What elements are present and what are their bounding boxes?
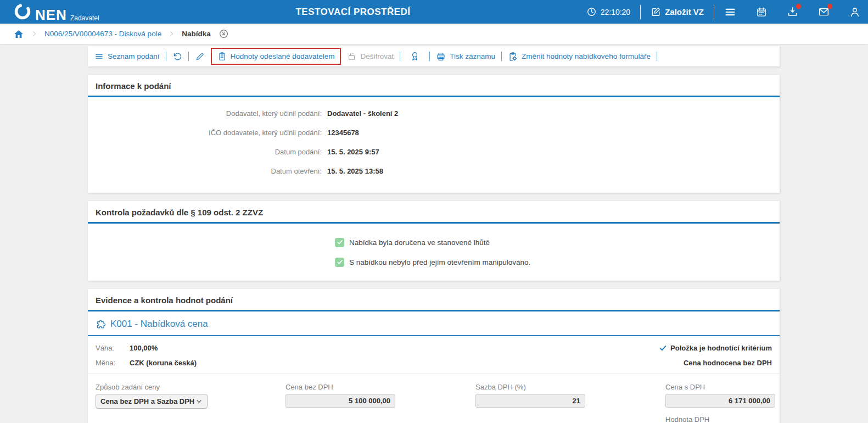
calendar-icon: [756, 7, 767, 18]
section-title: Evidence a kontrola hodnot podání: [88, 289, 780, 310]
divider: [714, 5, 714, 19]
clipboard-icon: [217, 52, 227, 61]
field-label: Datum podání:: [88, 148, 322, 156]
select-value: Cena bez DPH a Sazba DPH: [100, 397, 194, 405]
zpusob-zadani-select[interactable]: Cena bez DPH a Sazba DPH: [96, 394, 208, 409]
criterion-name: K001 - Nabídková cena: [110, 319, 208, 330]
field-value: Dodavatel - školení 2: [327, 109, 398, 118]
vaha-label: Váha:: [96, 344, 130, 352]
breadcrumb-current-tab[interactable]: Nabídka: [182, 30, 211, 38]
notification-dot: [827, 4, 832, 9]
cena-bez-dph-col: Cena bez DPH: [285, 383, 475, 423]
nen-logo-icon: [13, 2, 32, 21]
zpusob-zadani-col: Způsob zadání ceny Cena bez DPH a Sazba …: [96, 383, 285, 423]
divider: [657, 52, 657, 61]
section-title: Kontrola požadavků dle § 109 odst. 2 ZZV…: [88, 201, 780, 222]
check-success-icon: [335, 258, 344, 267]
calendar-button[interactable]: [756, 7, 767, 18]
tisk-zaznamu-button[interactable]: Tisk záznamu: [436, 52, 495, 62]
chevron-right-icon: [168, 30, 175, 37]
app-header: NEN Zadavatel TESTOVACÍ PROSTŘEDÍ 22:10:…: [0, 0, 868, 24]
check-text: Nabídka byla doručena ve stanovené lhůtě: [349, 238, 490, 247]
cena-s-dph-col: Cena s DPH Hodnota DPH 1 071 000,00: [665, 383, 775, 423]
cena-s-dph-input[interactable]: [665, 394, 775, 408]
chevron-right-icon: [31, 30, 38, 37]
hodnoty-odeslane-label: Hodnoty odeslané dodavatelem: [231, 52, 335, 60]
cena-s-dph-label: Cena s DPH: [665, 383, 775, 391]
messages-button[interactable]: [818, 6, 830, 18]
sazba-dph-label: Sazba DPH (%): [475, 383, 665, 391]
divider: [166, 52, 166, 61]
seznam-podani-button[interactable]: Seznam podání: [94, 52, 160, 61]
desifrovat-button[interactable]: Dešifrovat: [347, 52, 394, 61]
info-row-ico: IČO dodavatele, který učinil podání: 123…: [88, 123, 780, 142]
criterion-header: K001 - Nabídková cena: [88, 311, 780, 336]
check-row: Nabídka byla doručena ve stanovené lhůtě: [335, 232, 780, 252]
inbox-button[interactable]: [787, 6, 798, 18]
field-value: 15. 5. 2025 9:57: [327, 148, 379, 156]
cena-bez-dph-input[interactable]: [285, 394, 395, 408]
seznam-podani-label: Seznam podání: [108, 52, 160, 60]
home-icon[interactable]: [13, 29, 24, 40]
breadcrumb-contract-link[interactable]: N006/25/V00004673 - Disková pole: [44, 30, 161, 38]
list-icon: [94, 52, 104, 61]
check-text: S nabídkou nebylo před jejím otevřením m…: [349, 258, 530, 266]
user-icon: [849, 7, 860, 18]
divider: [640, 5, 641, 19]
field-label: IČO dodavatele, který učinil podání:: [88, 129, 322, 137]
nen-logo[interactable]: NEN Zadavatel: [13, 2, 99, 22]
zmenit-hodnoty-button[interactable]: Změnit hodnoty nabídkového formuláře: [508, 52, 651, 62]
puzzle-icon: [96, 319, 106, 330]
close-tab-icon[interactable]: [219, 29, 229, 39]
mena-value: CZK (koruna česká): [130, 359, 197, 367]
breadcrumb: N006/25/V00004673 - Disková pole Nabídka: [0, 24, 868, 44]
sazba-dph-input[interactable]: [475, 394, 585, 408]
info-row-datum-otevreni: Datum otevření: 15. 5. 2025 13:58: [88, 162, 780, 181]
mena-label: Měna:: [96, 359, 130, 367]
hamburger-icon: [724, 6, 736, 18]
unlock-icon: [347, 52, 356, 61]
vaha-value: 100,00%: [130, 344, 158, 352]
hodnoty-odeslane-button[interactable]: Hodnoty odeslané dodavatelem: [211, 48, 341, 65]
divider: [501, 52, 502, 61]
award-button[interactable]: [406, 51, 423, 62]
environment-title: TESTOVACÍ PROSTŘEDÍ: [295, 7, 410, 18]
zpusob-zadani-label: Způsob zadání ceny: [96, 383, 285, 391]
printer-icon: [436, 52, 446, 62]
notification-dot: [796, 4, 801, 9]
price-form-row: Způsob zadání ceny Cena bez DPH a Sazba …: [88, 374, 780, 423]
tisk-zaznamu-label: Tisk záznamu: [450, 52, 495, 60]
criterion-meta: Váha: 100,00% Měna: CZK (koruna česká) P…: [88, 336, 780, 374]
hodnota-dph-block: Hodnota DPH 1 071 000,00: [665, 415, 775, 423]
flag-vat-text: Cena hodnocena bez DPH: [659, 355, 772, 370]
check-success-icon: [335, 238, 344, 247]
section-title: Informace k podání: [88, 75, 780, 96]
edit-square-icon: [651, 7, 661, 17]
edit-button[interactable]: [195, 52, 205, 62]
divider: [188, 52, 189, 61]
user-profile-button[interactable]: [849, 7, 860, 18]
zmenit-hodnoty-label: Změnit hodnoty nabídkového formuláře: [522, 52, 651, 60]
field-label: Datum otevření:: [88, 167, 322, 175]
time-text: 22:10:20: [601, 8, 631, 16]
pencil-icon: [195, 52, 205, 62]
desifrovat-label: Dešifrovat: [360, 52, 394, 60]
logo-subtext: Zadavatel: [70, 14, 99, 22]
info-section: Informace k podání Dodavatel, který učin…: [88, 75, 780, 193]
info-row-datum-podani: Datum podání: 15. 5. 2025 9:57: [88, 142, 780, 162]
record-toolbar: Seznam podání: [88, 46, 780, 66]
field-label: Dodavatel, který učinil podání:: [88, 109, 322, 118]
clipboard-gear-icon: [508, 52, 518, 62]
server-time: 22:10:20: [586, 7, 631, 17]
logo-text: NEN: [35, 9, 67, 21]
divider: [400, 52, 400, 61]
chevron-down-icon: [195, 398, 203, 405]
refresh-icon: [172, 52, 182, 62]
create-vz-button[interactable]: Založit VZ: [651, 7, 704, 17]
check-icon: [659, 344, 667, 352]
menu-button[interactable]: [724, 6, 736, 18]
refresh-button[interactable]: [172, 52, 182, 62]
hodnota-dph-label: Hodnota DPH: [665, 415, 775, 423]
evidence-section: Evidence a kontrola hodnot podání K001 -…: [88, 289, 780, 423]
flag-criterion-text: Položka je hodnotící kritérium: [670, 344, 772, 352]
